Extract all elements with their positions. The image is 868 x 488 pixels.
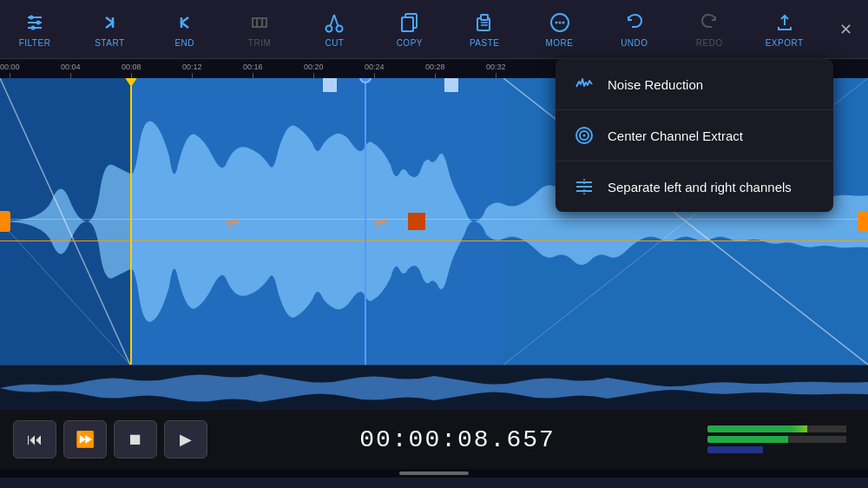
svg-point-38 <box>583 135 586 137</box>
ruler-mark: 00:32 <box>486 63 506 78</box>
white-marker-2[interactable] <box>444 78 458 92</box>
vu-bar-third <box>707 446 846 453</box>
more-label: MORE <box>546 38 574 48</box>
start-marker[interactable] <box>130 78 132 365</box>
fast-forward-button[interactable]: ⏩ <box>63 420 107 458</box>
right-side-marker[interactable] <box>858 211 868 232</box>
rewind-icon: ⏮ <box>27 431 43 449</box>
ruler-mark: 00:20 <box>304 63 324 78</box>
toolbar-item-filter[interactable]: FILTER <box>9 3 61 56</box>
start-label: START <box>95 38 124 48</box>
ruler-mark: 00:04 <box>61 63 81 78</box>
svg-point-25 <box>562 22 564 24</box>
vu-bar-right <box>707 436 846 443</box>
filter-label: FILTER <box>19 38 51 48</box>
stop-icon: ⏹ <box>128 431 143 449</box>
vu-bar-right-empty <box>788 436 846 443</box>
rewind-button[interactable]: ⏮ <box>13 420 56 458</box>
svg-point-24 <box>558 22 561 24</box>
vu-bar-left-empty <box>807 425 846 432</box>
menu-item-separate-channels[interactable]: Separate left and right channels <box>556 162 833 212</box>
svg-line-14 <box>334 15 339 26</box>
paste-icon <box>473 10 496 35</box>
fast-forward-icon: ⏩ <box>76 430 95 449</box>
toolbar-item-start[interactable]: START <box>83 3 135 56</box>
white-marker-1[interactable] <box>323 78 337 92</box>
bottom-controls: ⏮ ⏩ ⏹ ▶ 00:00:08.657 <box>0 410 868 469</box>
end-label: END <box>174 38 194 48</box>
separate-channels-label: Separate left and right channels <box>608 180 792 195</box>
svg-rect-19 <box>481 15 488 20</box>
center-channel-label: Center Channel Extract <box>608 129 743 143</box>
noise-reduction-icon <box>573 73 595 96</box>
stop-button[interactable]: ⏹ <box>114 420 157 458</box>
cut-icon <box>323 10 345 35</box>
toolbar-item-copy[interactable]: COPY <box>384 3 436 56</box>
more-icon <box>549 10 571 35</box>
svg-rect-16 <box>402 17 413 31</box>
toolbar-item-redo[interactable]: REDO <box>683 3 735 56</box>
svg-point-4 <box>36 21 41 25</box>
menu-item-center-channel[interactable]: Center Channel Extract <box>556 110 833 162</box>
redo-label: REDO <box>696 38 723 48</box>
copy-icon <box>398 10 421 35</box>
separate-channels-icon <box>573 175 595 198</box>
handle-pill <box>399 472 469 475</box>
ruler-mark: 00:00 <box>0 63 20 78</box>
paste-label: PASTE <box>470 38 500 48</box>
trim-icon <box>249 10 270 35</box>
noise-reduction-label: Noise Reduction <box>608 77 703 92</box>
close-button[interactable]: ✕ <box>833 16 859 43</box>
toolbar-item-end[interactable]: END <box>159 3 211 56</box>
start-icon <box>99 10 120 35</box>
timecode-display: 00:00:08.657 <box>214 426 700 453</box>
toolbar: FILTER START END TRIM <box>0 0 868 59</box>
mini-waveform-svg <box>0 366 868 410</box>
start-marker-handle[interactable] <box>124 78 138 87</box>
toolbar-item-paste[interactable]: PASTE <box>458 3 510 56</box>
center-channel-icon <box>573 124 595 147</box>
vu-bar-third-empty <box>763 446 846 453</box>
toolbar-item-undo[interactable]: UNDO <box>608 3 661 56</box>
vu-meter <box>707 425 855 453</box>
left-side-marker[interactable] <box>0 211 10 232</box>
svg-point-23 <box>555 22 557 24</box>
undo-icon <box>623 10 646 35</box>
ruler-mark: 00:28 <box>425 63 445 78</box>
svg-point-3 <box>30 16 34 20</box>
copy-label: COPY <box>397 38 423 48</box>
svg-line-13 <box>331 15 335 26</box>
toolbar-item-export[interactable]: EXPORT <box>759 3 811 56</box>
play-button[interactable]: ▶ <box>164 420 207 458</box>
ruler-mark: 00:24 <box>365 63 385 78</box>
svg-point-12 <box>337 26 343 32</box>
svg-point-11 <box>326 26 332 32</box>
trim-label: TRIM <box>248 38 271 48</box>
playhead[interactable] <box>365 78 366 365</box>
dropdown-menu: Noise Reduction Center Channel Extract S… <box>556 59 833 212</box>
undo-label: UNDO <box>621 38 648 48</box>
cut-label: CUT <box>325 38 344 48</box>
filter-icon <box>24 10 45 35</box>
bottom-handle <box>0 469 868 478</box>
mini-waveform[interactable] <box>0 365 868 410</box>
play-icon: ▶ <box>180 430 192 449</box>
toolbar-item-trim[interactable]: TRIM <box>233 3 286 56</box>
orange-marker[interactable] <box>408 213 425 230</box>
menu-item-noise-reduction[interactable]: Noise Reduction <box>556 59 833 110</box>
redo-icon <box>698 10 720 35</box>
vu-bar-left <box>707 425 846 432</box>
toolbar-item-more[interactable]: MORE <box>534 3 586 56</box>
ruler-mark: 00:08 <box>122 63 141 78</box>
export-label: EXPORT <box>766 38 804 48</box>
ruler-mark: 00:16 <box>243 63 263 78</box>
ruler-mark: 00:12 <box>182 63 202 78</box>
end-icon <box>174 10 195 35</box>
export-icon <box>773 10 796 35</box>
toolbar-item-cut[interactable]: CUT <box>308 3 360 56</box>
svg-point-5 <box>31 26 36 30</box>
svg-rect-8 <box>253 18 266 27</box>
